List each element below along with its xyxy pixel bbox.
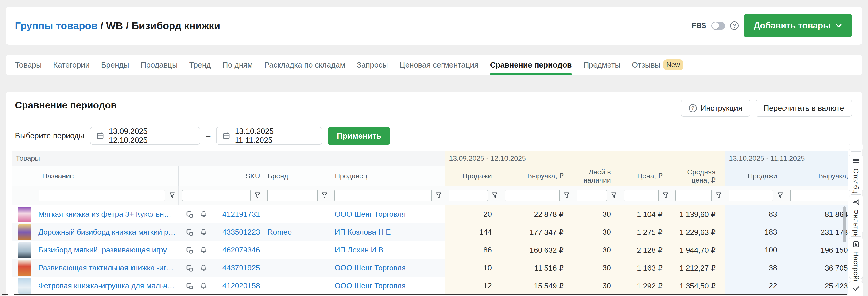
product-name-link[interactable]: Развивающая тактильная книжка -игруш... xyxy=(38,264,176,272)
col-sku[interactable]: SKU xyxy=(179,166,264,186)
col-p1-days[interactable]: Дней в наличии xyxy=(573,166,620,186)
seller-link[interactable]: ООО Шенг Торговля xyxy=(335,281,406,290)
fbs-help-icon[interactable]: ? xyxy=(730,21,739,30)
horizontal-scrollbar[interactable] xyxy=(13,294,847,295)
currency-recalc-button[interactable]: Пересчитать в валюте xyxy=(755,100,852,117)
seller-link[interactable]: ИП Козлова Н Е xyxy=(335,228,391,237)
sku-link[interactable]: 462079346 xyxy=(222,246,260,254)
comparison-table: Товары 13.09.2025 - 12.10.2025 13.10.202… xyxy=(12,151,848,296)
instruction-label: Инструкция xyxy=(701,104,742,113)
filter-funnel-icon[interactable] xyxy=(610,192,617,199)
apply-button[interactable]: Применить xyxy=(328,127,390,145)
tab-otzyvy[interactable]: Отзывы New xyxy=(632,55,683,75)
bell-icon[interactable] xyxy=(199,282,208,290)
product-thumbnail[interactable] xyxy=(18,207,31,222)
columns-panel-button[interactable]: Столбцы xyxy=(849,154,863,192)
p1-sales-value: 20 xyxy=(445,206,501,223)
filter-p2-revenue-input[interactable] xyxy=(790,190,848,201)
filters-panel-label: Фильтры xyxy=(852,209,860,239)
seller-link[interactable]: ООО Шенг Торговля xyxy=(335,210,406,219)
sku-link[interactable]: 412020158 xyxy=(222,281,260,290)
filter-funnel-icon[interactable] xyxy=(168,192,176,199)
tab-raskladka[interactable]: Раскладка по складам xyxy=(264,55,345,75)
check-panel-button[interactable]: П xyxy=(849,281,863,296)
sku-link[interactable]: 412191731 xyxy=(222,210,260,219)
vertical-scrollbar[interactable] xyxy=(843,206,846,242)
bell-icon[interactable] xyxy=(199,264,208,272)
product-name-link[interactable]: Дорожный бизиборд книжка мягкий раз... xyxy=(38,228,176,237)
col-p2-sales[interactable]: Продажи xyxy=(725,166,786,186)
similar-products-icon[interactable] xyxy=(186,264,193,272)
sku-link[interactable]: 443791925 xyxy=(222,264,260,272)
period2-datepicker[interactable]: 13.10.2025 – 11.11.2025 xyxy=(216,127,322,145)
product-thumbnail[interactable] xyxy=(18,242,31,258)
bell-icon[interactable] xyxy=(199,228,208,236)
filter-p2-sales-input[interactable] xyxy=(728,190,773,201)
product-thumbnail[interactable] xyxy=(18,278,31,294)
add-products-button[interactable]: Добавить товары xyxy=(744,14,852,37)
filter-funnel-icon[interactable] xyxy=(715,192,722,199)
product-name-link[interactable]: Фетровая книжка-игрушка для мальчиков xyxy=(38,281,176,290)
table-row: Фетровая книжка-игрушка для мальчиков 41… xyxy=(12,277,847,295)
filter-funnel-icon[interactable] xyxy=(662,192,669,199)
brand-link[interactable]: Romeo xyxy=(268,228,292,237)
similar-products-icon[interactable] xyxy=(186,282,193,290)
col-p2-revenue[interactable]: Выручка, ₽ xyxy=(786,166,848,186)
filter-p1-avg-input[interactable] xyxy=(675,190,712,201)
filter-p1-price-input[interactable] xyxy=(624,190,659,201)
filter-funnel-icon[interactable] xyxy=(321,192,328,199)
p1-sales-value: 144 xyxy=(445,223,501,241)
bell-icon[interactable] xyxy=(199,246,208,254)
filters-panel-button[interactable]: Фильтры xyxy=(849,194,863,234)
product-name-link[interactable]: Мягкая книжка из фетра 3+ Кукольный д... xyxy=(38,210,176,219)
tab-zaprosy[interactable]: Запросы xyxy=(357,55,388,75)
filter-funnel-icon[interactable] xyxy=(491,192,498,199)
page-header: Группы товаров / WB / Бизиборд книжки FB… xyxy=(6,7,862,45)
col-p1-price[interactable]: Цена, ₽ xyxy=(620,166,672,186)
similar-products-icon[interactable] xyxy=(186,210,193,218)
filter-funnel-icon[interactable] xyxy=(777,192,784,199)
filter-funnel-icon[interactable] xyxy=(563,192,570,199)
settings-panel-button[interactable]: Настройки xyxy=(849,237,863,279)
col-seller[interactable]: Продавец xyxy=(331,166,445,186)
tab-tovary[interactable]: Товары xyxy=(15,55,42,75)
filter-brand-input[interactable] xyxy=(267,190,318,201)
similar-products-icon[interactable] xyxy=(186,228,193,236)
check-icon xyxy=(852,285,860,293)
tab-sravnenie-periodov[interactable]: Сравнение периодов xyxy=(490,55,572,75)
filter-p1-sales-input[interactable] xyxy=(448,190,488,201)
filter-seller-input[interactable] xyxy=(334,190,432,201)
tab-kategorii[interactable]: Категории xyxy=(53,55,90,75)
filter-sku-input[interactable] xyxy=(182,190,251,201)
sku-link[interactable]: 433501223 xyxy=(222,228,260,237)
tab-prodavtsy[interactable]: Продавцы xyxy=(141,55,178,75)
horizontal-scrollbar-stub[interactable] xyxy=(2,294,8,295)
fbs-toggle[interactable] xyxy=(711,22,725,30)
filter-funnel-icon[interactable] xyxy=(435,192,442,199)
product-name-link[interactable]: Бизиборд мягкий, развивающая игрушка... xyxy=(38,246,176,254)
col-name[interactable]: Название xyxy=(35,166,179,186)
breadcrumb-groups-link[interactable]: Группы товаров xyxy=(15,20,97,31)
col-p1-avg-price[interactable]: Средняя цена, ₽ xyxy=(672,166,725,186)
similar-products-icon[interactable] xyxy=(186,246,193,254)
instruction-button[interactable]: ? Инструкция xyxy=(681,100,750,117)
filter-p1-revenue-input[interactable] xyxy=(505,190,560,201)
tab-po-dnyam[interactable]: По дням xyxy=(222,55,253,75)
table-row: Развивающая тактильная книжка -игруш... … xyxy=(12,259,847,277)
col-p1-sales[interactable]: Продажи xyxy=(445,166,501,186)
seller-link[interactable]: ООО Шенг Торговля xyxy=(335,264,406,272)
filter-name-input[interactable] xyxy=(38,190,165,201)
tab-tsenovaya-segmentatsiya[interactable]: Ценовая сегментация xyxy=(400,55,478,75)
seller-link[interactable]: ИП Лохин И В xyxy=(335,246,383,254)
filter-funnel-icon[interactable] xyxy=(254,192,261,199)
tab-predmety[interactable]: Предметы xyxy=(583,55,620,75)
period1-datepicker[interactable]: 13.09.2025 – 12.10.2025 xyxy=(90,127,200,145)
product-thumbnail[interactable] xyxy=(18,260,31,276)
col-brand[interactable]: Бренд xyxy=(264,166,331,186)
bell-icon[interactable] xyxy=(199,210,208,218)
tab-brendy[interactable]: Бренды xyxy=(101,55,129,75)
col-p1-revenue[interactable]: Выручка, ₽ xyxy=(501,166,573,186)
tab-trend[interactable]: Тренд xyxy=(189,55,211,75)
product-thumbnail[interactable] xyxy=(18,224,31,240)
filter-p1-days-input[interactable] xyxy=(577,190,607,201)
